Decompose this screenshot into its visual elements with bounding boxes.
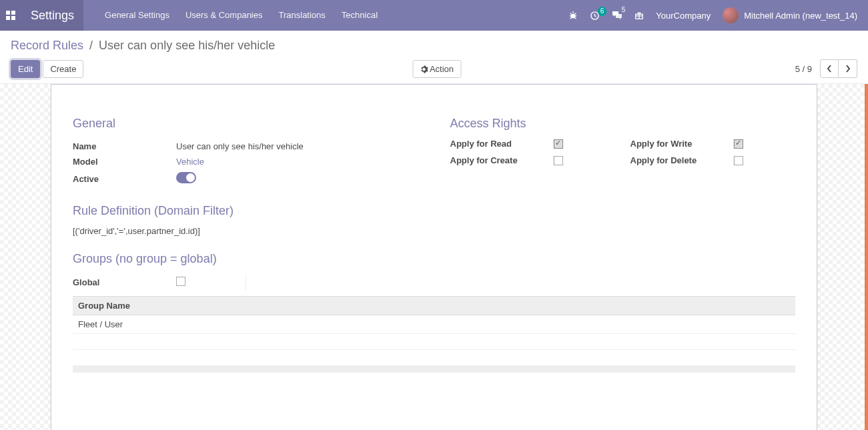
svg-rect-2	[6, 16, 10, 20]
activities-badge: 6	[598, 7, 607, 16]
svg-rect-3	[11, 16, 15, 20]
bug-icon	[568, 11, 578, 20]
groups-table: Group Name Fleet / User	[73, 296, 795, 373]
apps-grid-icon	[6, 11, 15, 20]
delete-checkbox	[734, 156, 743, 165]
create-checkbox	[554, 156, 563, 165]
table-row	[73, 334, 795, 350]
global-checkbox	[176, 277, 185, 286]
svg-line-8	[570, 13, 572, 15]
debug-icon[interactable]	[568, 11, 578, 20]
write-checkbox	[734, 139, 743, 149]
pager[interactable]: 5 / 9	[795, 64, 812, 74]
section-general: General	[73, 117, 418, 131]
breadcrumb-root[interactable]: Record Rules	[11, 39, 83, 52]
content-area: General Name User can only see his/her v…	[0, 84, 868, 430]
active-toggle[interactable]	[176, 172, 196, 183]
section-rule-def: Rule Definition (Domain Filter)	[73, 204, 795, 218]
main-navbar: Settings General Settings Users & Compan…	[0, 0, 868, 31]
messages-badge: 5	[619, 5, 628, 15]
name-value: User can only see his/her vehicle	[176, 141, 418, 151]
read-checkbox	[554, 139, 563, 149]
write-label: Apply for Write	[630, 139, 734, 149]
svg-line-10	[570, 18, 572, 19]
read-label: Apply for Read	[450, 139, 554, 149]
gift-icon	[634, 11, 644, 20]
gear-icon	[420, 65, 428, 73]
model-link[interactable]: Vehicle	[176, 157, 204, 167]
systray: 6 5 YourCompany Mitchell Admin (new_test…	[568, 7, 868, 23]
accent-bar	[865, 84, 868, 430]
svg-rect-1	[11, 11, 15, 15]
pager-prev[interactable]	[820, 59, 839, 78]
action-button[interactable]: Action	[412, 60, 461, 78]
breadcrumb: Record Rules / User can only see his/her…	[11, 39, 857, 53]
avatar	[723, 7, 739, 23]
active-label: Active	[73, 174, 176, 184]
column-group-name: Group Name	[73, 297, 795, 315]
domain-value: [('driver_id','=',user.partner_id.id)]	[73, 226, 795, 236]
menu-translations[interactable]: Translations	[271, 0, 334, 31]
messages-button[interactable]: 5	[612, 11, 622, 20]
apps-menu-button[interactable]	[0, 0, 21, 31]
menu-technical[interactable]: Technical	[334, 0, 386, 31]
menu-users-companies[interactable]: Users & Companies	[177, 0, 271, 31]
table-row[interactable]: Fleet / User	[73, 315, 795, 334]
menu-general-settings[interactable]: General Settings	[97, 0, 177, 31]
create-label: Apply for Create	[450, 155, 554, 165]
chevron-right-icon	[845, 65, 851, 73]
user-name: Mitchell Admin (new_test_14)	[744, 11, 857, 21]
gift-button[interactable]	[634, 11, 644, 20]
chevron-left-icon	[827, 65, 832, 73]
pager-nav	[820, 59, 857, 78]
user-menu[interactable]: Mitchell Admin (new_test_14)	[723, 7, 857, 23]
svg-line-9	[575, 13, 576, 15]
activities-button[interactable]: 6	[590, 11, 600, 21]
company-selector[interactable]: YourCompany	[656, 11, 711, 21]
control-panel: Record Rules / User can only see his/her…	[0, 31, 868, 84]
model-label: Model	[73, 157, 176, 167]
app-name: Settings	[21, 0, 83, 31]
section-access: Access Rights	[450, 117, 796, 131]
table-row	[73, 350, 795, 366]
top-menu: General Settings Users & Companies Trans…	[97, 0, 386, 31]
delete-label: Apply for Delete	[630, 155, 734, 165]
section-groups: Groups (no group = global)	[73, 252, 795, 266]
global-label: Global	[73, 277, 176, 287]
edit-button[interactable]: Edit	[11, 60, 40, 78]
svg-point-4	[571, 13, 576, 18]
pager-next[interactable]	[839, 59, 857, 78]
name-label: Name	[73, 141, 176, 151]
form-sheet: General Name User can only see his/her v…	[51, 84, 817, 430]
breadcrumb-current: User can only see his/her vehicle	[99, 39, 275, 52]
svg-rect-0	[6, 11, 10, 15]
table-footer-bar	[73, 366, 795, 373]
svg-line-11	[575, 18, 576, 19]
create-button[interactable]: Create	[43, 60, 83, 78]
